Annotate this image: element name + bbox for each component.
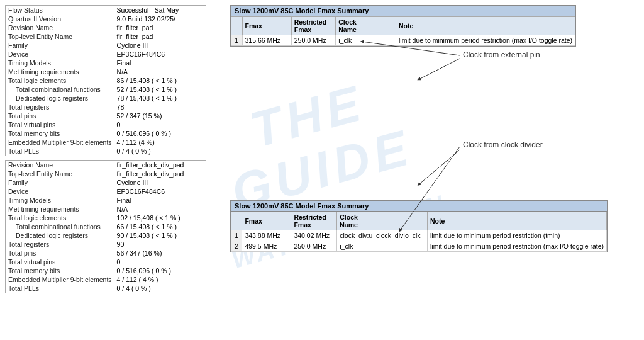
info-label: Family: [6, 178, 114, 187]
top-fmax-container: Slow 1200mV 85C Model Fmax Summary FmaxR…: [230, 5, 576, 47]
fmax-cell: clock_div:u_clock_div|o_clk: [337, 230, 428, 241]
info-value: 0: [114, 120, 206, 129]
info-label: Total PLLs: [6, 284, 114, 293]
fmax-header: Fmax: [242, 17, 291, 35]
fmax-cell: limit due to minimum period restriction …: [427, 241, 606, 252]
info-label: Revision Name: [6, 23, 114, 32]
fmax-cell: 343.88 MHz: [242, 230, 291, 241]
info-value: fir_filter_pad: [114, 23, 206, 32]
info-label: Total logic elements: [6, 76, 114, 85]
info-label: Dedicated logic registers: [6, 231, 114, 240]
info-label: Total registers: [6, 240, 114, 249]
fmax-cell: 1: [231, 230, 242, 241]
info-label: Top-level Entity Name: [6, 169, 114, 178]
fmax-cell: 499.5 MHz: [242, 241, 291, 252]
fmax-header: Note: [396, 17, 575, 35]
info-label: Timing Models: [6, 196, 114, 205]
info-label: Device: [6, 50, 114, 59]
info-value: 102 / 15,408 ( < 1 % ): [114, 213, 206, 222]
info-label: Embedded Multiplier 9-bit elements: [6, 138, 114, 147]
info-value: 0 / 516,096 ( 0 % ): [114, 266, 206, 275]
info-label: Total memory bits: [6, 129, 114, 138]
info-value: 90 / 15,408 ( < 1 % ): [114, 231, 206, 240]
info-label: Total logic elements: [6, 213, 114, 222]
fmax-header: Fmax: [242, 212, 291, 230]
info-value: 52 / 347 (15 %): [114, 111, 206, 120]
fmax-cell: 315.66 MHz: [242, 35, 291, 46]
fmax-cell: 340.02 MHz: [291, 230, 337, 241]
info-value: 66 / 15,408 ( < 1 % ): [114, 222, 206, 231]
top-fmax-box: Slow 1200mV 85C Model Fmax Summary FmaxR…: [230, 5, 576, 49]
info-label: Total combinational functions: [6, 222, 114, 231]
info-value: 0 / 4 ( 0 % ): [114, 284, 206, 293]
info-value: 78 / 15,408 ( < 1 % ): [114, 94, 206, 103]
fmax-row: 1343.88 MHz340.02 MHzclock_div:u_clock_d…: [231, 230, 607, 241]
clock-divider-label: Clock from clock divider: [463, 140, 543, 149]
info-value: fir_filter_pad: [114, 32, 206, 41]
info-label: Total pins: [6, 111, 114, 120]
info-value: 78: [114, 103, 206, 111]
fmax-row: 1315.66 MHz250.0 MHzi_clklimit due to mi…: [231, 35, 575, 46]
info-value: fir_filter_clock_div_pad: [114, 169, 206, 178]
fmax-cell: i_clk: [337, 241, 428, 252]
info-value: 0 / 516,096 ( 0 % ): [114, 129, 206, 138]
info-label: Met timing requirements: [6, 67, 114, 76]
fmax-header: [231, 17, 243, 35]
right-panel: Slow 1200mV 85C Model Fmax Summary FmaxR…: [211, 5, 639, 293]
info-value: 0: [114, 258, 206, 266]
info-value: EP3C16F484C6: [114, 50, 206, 59]
info-label: Total virtual pins: [6, 258, 114, 266]
info-value: 4 / 112 ( 4 % ): [114, 275, 206, 284]
info-value: 56 / 347 (16 %): [114, 249, 206, 258]
info-value: 4 / 112 (4 %): [114, 138, 206, 147]
bottom-info-table: Revision Namefir_filter_clock_div_padTop…: [5, 160, 206, 293]
info-value: 90: [114, 240, 206, 249]
fmax-cell: 2: [231, 241, 242, 252]
info-label: Revision Name: [6, 161, 114, 170]
fmax-header: RestrictedFmax: [291, 17, 336, 35]
fmax-header: Note: [427, 212, 606, 230]
bottom-fmax-table: FmaxRestrictedFmaxClockNameNote1343.88 M…: [231, 212, 607, 252]
info-label: Flow Status: [6, 6, 114, 15]
fmax-cell: i_clk: [336, 35, 396, 46]
info-value: fir_filter_clock_div_pad: [114, 161, 206, 170]
fmax-cell: limit due to minimum period restriction …: [427, 230, 606, 241]
info-label: Total memory bits: [6, 266, 114, 275]
top-fmax-title: Slow 1200mV 85C Model Fmax Summary: [231, 6, 575, 16]
info-label: Dedicated logic registers: [6, 94, 114, 103]
info-label: Family: [6, 41, 114, 50]
info-label: Total registers: [6, 103, 114, 111]
info-label: Timing Models: [6, 59, 114, 67]
top-info-table: Flow StatusSuccessful - Sat MayQuartus I…: [5, 5, 206, 156]
fmax-cell: limit due to minimum period restriction …: [396, 35, 575, 46]
svg-line-3: [419, 150, 460, 184]
info-value: EP3C16F484C6: [114, 187, 206, 196]
info-value: 52 / 15,408 ( < 1 % ): [114, 85, 206, 94]
info-value: 9.0 Build 132 02/25/: [114, 14, 206, 23]
info-value: Cyclone III: [114, 178, 206, 187]
info-value: Successful - Sat May: [114, 6, 206, 15]
info-label: Device: [6, 187, 114, 196]
info-value: N/A: [114, 205, 206, 213]
info-value: Final: [114, 59, 206, 67]
main-content: Flow StatusSuccessful - Sat MayQuartus I…: [0, 0, 644, 298]
info-label: Embedded Multiplier 9-bit elements: [6, 275, 114, 284]
fmax-header: [231, 212, 242, 230]
info-label: Top-level Entity Name: [6, 32, 114, 41]
info-label: Quartus II Version: [6, 14, 114, 23]
fmax-header: RestrictedFmax: [291, 212, 337, 230]
fmax-cell: 250.0 MHz: [291, 35, 336, 46]
bottom-fmax-container: Slow 1200mV 85C Model Fmax Summary FmaxR…: [230, 200, 608, 252]
info-value: Cyclone III: [114, 41, 206, 50]
svg-line-1: [419, 59, 460, 79]
fmax-cell: 250.0 MHz: [291, 241, 337, 252]
info-value: 86 / 15,408 ( < 1 % ): [114, 76, 206, 85]
bottom-fmax-title: Slow 1200mV 85C Model Fmax Summary: [231, 201, 607, 212]
fmax-header: ClockName: [337, 212, 428, 230]
info-value: N/A: [114, 67, 206, 76]
info-value: 0 / 4 ( 0 % ): [114, 147, 206, 156]
bottom-fmax-box: Slow 1200mV 85C Model Fmax Summary FmaxR…: [230, 200, 608, 255]
left-panel: Flow StatusSuccessful - Sat MayQuartus I…: [5, 5, 206, 293]
info-label: Total virtual pins: [6, 120, 114, 129]
info-value: Final: [114, 196, 206, 205]
